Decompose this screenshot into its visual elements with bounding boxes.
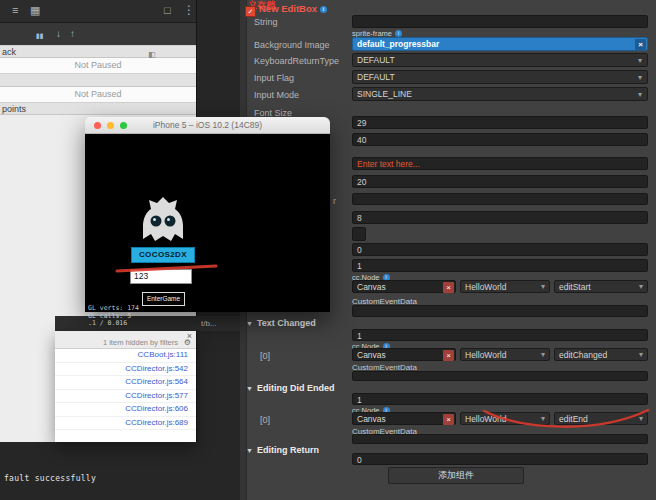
line-height-input[interactable]: 40: [352, 133, 648, 146]
label-fragment: r: [333, 196, 336, 206]
event-changed-handler-select[interactable]: editChanged: [554, 348, 648, 361]
event-began-node-field[interactable]: Canvas ×: [352, 280, 456, 293]
minimize-button[interactable]: [107, 122, 114, 129]
component-enabled-checkbox[interactable]: ✓: [245, 6, 256, 17]
gl-stats: GL verts: 174 GL calls: 5 .1 / 0.016: [88, 305, 139, 328]
cocos-logo-caption: COCOS2DX: [131, 247, 195, 263]
placeholder-size-input[interactable]: 20: [352, 175, 648, 188]
event-index-label: [0]: [260, 415, 270, 425]
chevron-down-icon: ▼: [246, 447, 253, 454]
simulator-titlebar[interactable]: iPhone 5 – iOS 10.2 (14C89): [85, 117, 330, 134]
editing-ended-section-header[interactable]: ▼Editing Did Ended: [246, 383, 334, 393]
custom-event-data-input[interactable]: [352, 371, 648, 381]
event-began-size-input[interactable]: 1: [352, 259, 648, 272]
more-icon[interactable]: ⋮: [183, 3, 195, 18]
background-image-label: Background Image: [254, 40, 330, 50]
chevron-down-icon: ▼: [246, 320, 253, 327]
chevron-down-icon: ▼: [246, 385, 253, 392]
hidden-items-status: 1 item hidden by filters: [103, 338, 178, 347]
game-text-input[interactable]: 123: [130, 269, 192, 284]
string-input[interactable]: [352, 15, 648, 28]
grid-icon[interactable]: ▦: [30, 3, 40, 18]
clear-asset-icon[interactable]: ×: [635, 39, 646, 50]
simulator-window: iPhone 5 – iOS 10.2 (14C89) COCOS2DX 123…: [85, 117, 330, 312]
callstack-status: Not Paused: [0, 58, 196, 73]
event-ended-size-input[interactable]: 1: [352, 393, 648, 405]
callstack-section-header[interactable]: ack ◧: [0, 45, 196, 58]
keyboard-return-label: KeyboardReturnType: [254, 56, 339, 66]
editor-console: fault successfully: [0, 442, 240, 500]
max-length-input[interactable]: 8: [352, 211, 648, 224]
console-log-line: fault successfully: [4, 474, 96, 483]
section-header-blank[interactable]: [0, 73, 196, 87]
simulator-screen: COCOS2DX 123 EnterGame GL verts: 174 GL …: [85, 134, 330, 312]
component-title: New EditBoxi: [259, 3, 327, 14]
path-fragment: t/b...: [201, 316, 217, 331]
step-out-icon[interactable]: ↑: [70, 27, 75, 41]
zoom-button[interactable]: [120, 122, 127, 129]
step-into-icon[interactable]: ↓: [56, 27, 61, 41]
console-link[interactable]: CCDirector.js:577: [55, 390, 196, 404]
custom-event-data-input[interactable]: [352, 434, 648, 444]
color-field[interactable]: [352, 193, 648, 205]
input-flag-label: Input Flag: [254, 73, 294, 83]
breakpoints-header-label: points: [2, 104, 26, 114]
console-link[interactable]: CCDirector.js:689: [55, 417, 196, 431]
event-changed-node-field[interactable]: Canvas ×: [352, 348, 456, 361]
input-flag-select[interactable]: DEFAULT: [352, 70, 648, 84]
breakpoints-section-header[interactable]: points: [0, 102, 196, 115]
pause-icon[interactable]: ▮▮: [36, 29, 44, 43]
string-label: String: [254, 17, 278, 27]
stay-on-top-checkbox[interactable]: [352, 227, 366, 241]
menu-icon[interactable]: ≡: [12, 3, 18, 18]
cocos-ghost-icon: [131, 193, 195, 243]
input-mode-select[interactable]: SINGLE_LINE: [352, 87, 648, 101]
placeholder-input[interactable]: Enter text here...: [352, 157, 648, 170]
console-window: × 1 item hidden by filters ⚙ CCBoot.js:1…: [55, 331, 196, 442]
event-return-size-input[interactable]: 0: [352, 453, 648, 465]
custom-event-data-input[interactable]: [352, 305, 648, 317]
font-size-input[interactable]: 29: [352, 116, 648, 129]
remove-node-icon[interactable]: ×: [443, 414, 454, 425]
editing-return-section-header[interactable]: ▼Editing Return: [246, 445, 319, 455]
callstack-header-label: ack: [2, 47, 16, 57]
event-ended-node-field[interactable]: Canvas ×: [352, 412, 456, 425]
event-changed-size-input[interactable]: 1: [352, 329, 648, 341]
event-began-component-select[interactable]: HelloWorld: [460, 280, 550, 293]
help-icon[interactable]: i: [320, 6, 327, 13]
debug-toolbar-controls: ▮▮ ↓ ↑: [0, 23, 196, 46]
panel-icon[interactable]: □: [164, 3, 171, 18]
event-changed-component-select[interactable]: HelloWorld: [460, 348, 550, 361]
remove-node-icon[interactable]: ×: [443, 350, 454, 361]
event-ended-handler-select[interactable]: editEnd: [554, 412, 648, 425]
gear-icon[interactable]: ⚙: [184, 338, 191, 347]
console-link[interactable]: CCDirector.js:564: [55, 376, 196, 390]
event-began-handler-select[interactable]: editStart: [554, 280, 648, 293]
console-link[interactable]: CCDirector.js:606: [55, 403, 196, 417]
tab-index-input[interactable]: 0: [352, 243, 648, 256]
console-link[interactable]: CCBoot.js:111: [55, 349, 196, 363]
cocos-logo: COCOS2DX: [131, 193, 195, 263]
input-mode-label: Input Mode: [254, 90, 299, 100]
event-ended-component-select[interactable]: HelloWorld: [460, 412, 550, 425]
event-index-label: [0]: [260, 351, 270, 361]
debug-toolbar-top: ≡ ▦ □ ⋮: [0, 0, 196, 23]
close-button[interactable]: [94, 122, 101, 129]
text-changed-section-header[interactable]: ▼Text Changed: [246, 318, 316, 328]
info-icon[interactable]: i: [395, 30, 402, 37]
keyboard-return-select[interactable]: DEFAULT: [352, 53, 648, 67]
editor-tab-bar: t/b...: [55, 316, 240, 331]
simulator-title: iPhone 5 – iOS 10.2 (14C89): [153, 120, 262, 130]
add-component-button[interactable]: 添加组件: [388, 467, 524, 484]
enter-game-button[interactable]: EnterGame: [142, 292, 185, 306]
screenshot-root: ≡ ▦ □ ⋮ ▮▮ ↓ ↑ ack ◧ Not Paused Not Paus…: [0, 0, 656, 500]
remove-node-icon[interactable]: ×: [443, 282, 454, 293]
console-filter-bar: × 1 item hidden by filters ⚙: [55, 331, 196, 349]
section-status: Not Paused: [0, 87, 196, 102]
background-image-field[interactable]: default_progressbar ×: [352, 37, 648, 51]
console-link[interactable]: CCDirector.js:542: [55, 363, 196, 377]
